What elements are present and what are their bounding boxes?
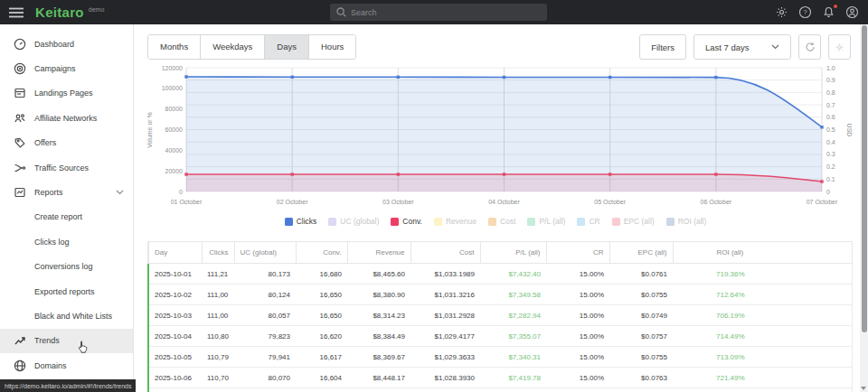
legend-item-uc-global[interactable]: UC (global) bbox=[328, 217, 379, 226]
column-header-cr[interactable]: CR bbox=[546, 242, 609, 264]
table-cell: $0.0757 bbox=[609, 326, 673, 347]
sidebar-item-reports[interactable]: Reports bbox=[0, 180, 133, 204]
legend-item-p-l-all[interactable]: P/L (all) bbox=[527, 217, 565, 226]
filters-button[interactable]: Filters bbox=[639, 34, 686, 60]
table-cell: $8,314.23 bbox=[347, 305, 410, 326]
vertical-scrollbar[interactable] bbox=[860, 24, 868, 392]
tab-weekdays[interactable]: Weekdays bbox=[201, 35, 265, 59]
sidebar-item-clicks-log[interactable]: Clicks log bbox=[0, 229, 133, 254]
table-cell: 16,650 bbox=[296, 285, 347, 305]
legend-item-cost[interactable]: Cost bbox=[488, 217, 515, 226]
table-cell: $8,380.90 bbox=[347, 285, 410, 305]
table-row: 2025-10-05110,7979,94116,617$8,369.67$1,… bbox=[148, 347, 852, 368]
table-row: 2025-10-04110,8079,82316,620$8,384.49$1,… bbox=[148, 326, 852, 347]
table-cell: 79,941 bbox=[234, 347, 296, 368]
sidebar-item-affiliate-networks[interactable]: Affiliate Networks bbox=[0, 106, 133, 130]
legend-item-roi-all[interactable]: ROI (all) bbox=[666, 217, 707, 226]
sidebar-item-label: Offers bbox=[34, 138, 56, 147]
table-cell: $8,465.60 bbox=[347, 264, 410, 285]
column-header-roi-all[interactable]: ROI (all) bbox=[673, 242, 852, 264]
reports-chart-icon bbox=[13, 186, 26, 200]
tab-months[interactable]: Months bbox=[148, 35, 201, 59]
svg-text:Volume or %: Volume or % bbox=[146, 112, 153, 148]
legend-item-epc-all[interactable]: EPC (all) bbox=[612, 217, 655, 226]
tab-hours[interactable]: Hours bbox=[309, 35, 355, 59]
sidebar-item-offers[interactable]: Offers bbox=[0, 131, 133, 155]
table-cell: $0.0761 bbox=[609, 264, 673, 285]
help-icon[interactable]: ? bbox=[798, 5, 812, 19]
sidebar-item-traffic-sources[interactable]: Traffic Sources bbox=[0, 155, 133, 180]
table-cell: 111,21 bbox=[202, 264, 234, 285]
column-header-conv[interactable]: Conv. bbox=[296, 242, 347, 264]
search-box[interactable] bbox=[330, 4, 547, 21]
traffic-sources-split-icon bbox=[13, 161, 26, 174]
column-header-p-l-all[interactable]: P/L (all) bbox=[480, 242, 546, 264]
table-header-row: DayClicksUC (global)Conv.RevenueCostP/L … bbox=[148, 242, 852, 264]
search-icon bbox=[336, 7, 346, 17]
table-cell: 15.00% bbox=[546, 264, 609, 285]
table-cell: 44,437 bbox=[234, 388, 296, 392]
column-header-day[interactable]: Day bbox=[148, 242, 202, 264]
table-row: 2025-10-06110,7080,07016,604$8,448.17$1,… bbox=[148, 368, 852, 388]
date-range-select[interactable]: Last 7 days bbox=[693, 34, 791, 60]
column-header-clicks[interactable]: Clicks bbox=[202, 242, 234, 264]
svg-text:0.3: 0.3 bbox=[826, 151, 835, 157]
scrollbar-thumb[interactable] bbox=[862, 25, 867, 332]
column-header-uc-global[interactable]: UC (global) bbox=[234, 242, 296, 264]
svg-text:0.1: 0.1 bbox=[826, 176, 835, 182]
table-cell: 80,057 bbox=[234, 305, 296, 326]
legend-swatch bbox=[434, 218, 442, 226]
scrollbar-down-arrow[interactable] bbox=[861, 387, 866, 390]
legend-item-cr[interactable]: CR bbox=[577, 217, 599, 226]
column-header-epc-all[interactable]: EPC (all) bbox=[609, 242, 673, 264]
column-header-cost[interactable]: Cost bbox=[410, 242, 480, 264]
sidebar-item-create-report[interactable]: Create report bbox=[0, 205, 133, 229]
chart-settings-button[interactable] bbox=[828, 34, 851, 60]
sidebar-item-landings-pages[interactable]: Landings Pages bbox=[0, 81, 133, 106]
sidebar-item-label: Affiliate Networks bbox=[34, 114, 97, 123]
hamburger-menu-icon[interactable] bbox=[9, 7, 24, 18]
sidebar-item-exported-reports[interactable]: Exported reports bbox=[0, 279, 133, 303]
keitaro-logo[interactable]: Keitaro bbox=[35, 5, 84, 20]
sidebar-item-domains[interactable]: Domains bbox=[0, 353, 133, 378]
table-cell: $1,029.4177 bbox=[410, 326, 480, 347]
account-avatar-icon[interactable] bbox=[845, 5, 859, 19]
sidebar-item-label: Clicks log bbox=[34, 238, 70, 247]
legend-swatch bbox=[612, 218, 620, 226]
refresh-button[interactable] bbox=[798, 34, 821, 60]
table-cell: 15.00% bbox=[546, 388, 609, 392]
svg-text:05 October: 05 October bbox=[594, 199, 626, 205]
column-header-revenue[interactable]: Revenue bbox=[347, 242, 410, 264]
chart-legend: ClicksUC (global)Conv.RevenueCostP/L (al… bbox=[134, 217, 857, 226]
sidebar-item-dashboard[interactable]: Dashboard bbox=[0, 32, 133, 56]
sidebar-item-trends[interactable]: Trends bbox=[0, 329, 133, 353]
sidebar-item-conversions-log[interactable]: Conversions log bbox=[0, 255, 133, 279]
table-cell: $8,448.17 bbox=[347, 368, 410, 388]
notifications-bell-icon[interactable] bbox=[822, 5, 835, 19]
tab-days[interactable]: Days bbox=[265, 35, 309, 59]
search-input[interactable] bbox=[351, 8, 541, 17]
sidebar-item-label: Domains bbox=[34, 361, 67, 370]
table-cell: 16,617 bbox=[296, 347, 347, 368]
table-cell: 719.36% bbox=[673, 264, 852, 285]
sidebar-item-black-and-white-lists[interactable]: Black and White Lists bbox=[0, 303, 133, 328]
sidebar-item-campaigns[interactable]: Campaigns bbox=[0, 56, 133, 80]
table-cell: 2025-10-04 bbox=[148, 326, 202, 347]
date-range-value: Last 7 days bbox=[705, 42, 750, 52]
settings-gear-icon[interactable] bbox=[775, 5, 788, 19]
legend-item-conv[interactable]: Conv. bbox=[391, 217, 422, 226]
table-cell: 2025-10-06 bbox=[148, 368, 202, 388]
statusbar-url: https://demo.keitaro.io/admin/#!/trends/… bbox=[5, 383, 131, 389]
table-cell: $0.0755 bbox=[609, 285, 673, 305]
table-cell: 16,650 bbox=[296, 305, 347, 326]
svg-text:01 October: 01 October bbox=[171, 199, 203, 205]
table-cell: 706.19% bbox=[673, 305, 852, 326]
top-bar: Keitaro demo ? bbox=[0, 0, 868, 24]
demo-badge: demo bbox=[89, 6, 105, 13]
table-row: 2025-10-02111,0080,12416,650$8,380.90$1,… bbox=[148, 285, 852, 305]
legend-item-clicks[interactable]: Clicks bbox=[285, 217, 317, 226]
sidebar-item-label: Create report bbox=[34, 212, 82, 221]
legend-item-revenue[interactable]: Revenue bbox=[434, 217, 476, 226]
table-cell: $0.0763 bbox=[609, 368, 673, 388]
svg-text:0.4: 0.4 bbox=[826, 139, 835, 145]
